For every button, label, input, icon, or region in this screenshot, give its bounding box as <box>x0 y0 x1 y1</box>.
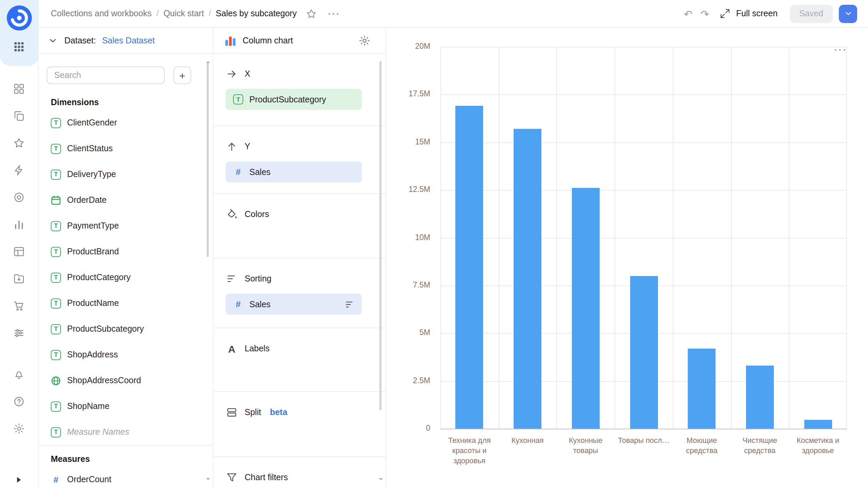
table-icon[interactable] <box>13 246 25 258</box>
scroll-down-icon[interactable] <box>206 478 210 482</box>
y-field-pill[interactable]: # Sales <box>226 161 362 182</box>
breadcrumb-collections[interactable]: Collections and workbooks <box>51 9 151 18</box>
field-type-text-icon: T <box>51 272 61 282</box>
scroll-up-icon[interactable] <box>206 59 210 63</box>
field-row[interactable]: TPaymentType <box>39 213 213 239</box>
scrollbar-thumb[interactable] <box>207 63 209 257</box>
sort-icon <box>226 273 238 285</box>
section-labels-label: Labels <box>245 344 270 353</box>
field-row[interactable]: TClientGender <box>39 110 213 136</box>
chart-bar[interactable] <box>688 349 716 429</box>
field-row[interactable]: #OrderCount <box>39 467 213 489</box>
field-row[interactable]: TProductBrand <box>39 239 213 265</box>
breadcrumb-quick-start[interactable]: Quick start <box>163 9 204 18</box>
field-row[interactable]: OrderDate <box>39 187 213 213</box>
field-row[interactable]: TDeliveryType <box>39 161 213 187</box>
divider <box>39 445 213 446</box>
field-row[interactable]: TShopName <box>39 393 213 419</box>
field-type-text-icon: T <box>51 143 61 154</box>
save-button[interactable]: Saved <box>790 4 833 23</box>
chart-settings-gear-icon[interactable] <box>358 35 371 47</box>
column-chart-icon <box>224 34 236 46</box>
breadcrumb-separator: / <box>209 9 211 18</box>
bar-chart-icon[interactable] <box>13 218 25 231</box>
dataset-name-link[interactable]: Sales Dataset <box>102 36 155 45</box>
chart-bar[interactable] <box>572 188 600 429</box>
gridline <box>615 47 615 429</box>
chevron-down-icon[interactable] <box>47 35 58 46</box>
y-axis-tick-label: 20M <box>415 42 430 50</box>
field-type-text-icon: T <box>51 247 61 257</box>
more-actions-icon[interactable]: ··· <box>328 8 340 19</box>
help-icon[interactable] <box>13 395 25 408</box>
field-type-number-icon: # <box>51 474 61 485</box>
fullscreen-button[interactable]: Full screen <box>720 8 778 19</box>
section-y-label: Y <box>245 142 250 151</box>
undo-icon[interactable]: ↶ <box>684 8 693 19</box>
x-axis-category-label: Техника для красоты и здоровья <box>440 435 498 466</box>
field-label: ClientStatus <box>67 144 113 153</box>
field-type-date-icon <box>51 195 61 205</box>
chart-bar[interactable] <box>804 420 832 429</box>
field-label: OrderCount <box>67 475 111 484</box>
collections-icon[interactable] <box>13 110 25 122</box>
lightning-icon[interactable] <box>13 164 25 176</box>
field-label: DeliveryType <box>67 170 116 179</box>
gear-icon[interactable] <box>13 423 25 435</box>
sliders-icon[interactable] <box>13 327 25 339</box>
sort-order-icon[interactable] <box>344 299 355 310</box>
rings-icon[interactable] <box>13 191 25 203</box>
save-dropdown-button[interactable] <box>839 4 857 23</box>
dataset-scrollbar[interactable] <box>207 58 209 482</box>
y-axis-tick-label: 12.5M <box>409 185 430 193</box>
section-chart-filters: Chart filters <box>213 457 386 484</box>
field-label: Measure Names <box>67 427 129 437</box>
field-row[interactable]: TProductName <box>39 290 213 316</box>
gridline <box>557 47 557 429</box>
add-field-button[interactable]: + <box>173 66 191 84</box>
scrollbar-thumb[interactable] <box>379 61 381 410</box>
split-icon <box>226 406 238 418</box>
breadcrumb-current: Sales by subcategory <box>216 9 297 18</box>
folder-download-icon[interactable] <box>13 273 25 285</box>
x-field-pill[interactable]: T ProductSubcategory <box>226 89 362 110</box>
field-label: ClientGender <box>67 118 117 128</box>
favorite-star-icon[interactable] <box>306 8 317 19</box>
field-row[interactable]: TProductCategory <box>39 265 213 290</box>
section-colors-label: Colors <box>245 210 269 219</box>
field-row[interactable]: TShopAddress <box>39 342 213 368</box>
chart-bar[interactable] <box>456 106 483 429</box>
search-input[interactable] <box>47 66 165 84</box>
config-scrollbar[interactable] <box>379 58 381 478</box>
app-sidebar <box>0 0 39 489</box>
chart-bar[interactable] <box>746 366 774 429</box>
sidebar-bottom <box>0 368 38 435</box>
cart-icon[interactable] <box>13 300 25 312</box>
field-label: OrderDate <box>67 195 107 205</box>
scroll-down-icon[interactable] <box>379 478 383 482</box>
breadcrumb: Collections and workbooks / Quick start … <box>51 9 297 18</box>
gridline <box>673 47 674 429</box>
section-split-label: Split <box>245 408 261 417</box>
field-type-text-icon: T <box>51 401 61 411</box>
field-row[interactable]: TClientStatus <box>39 136 213 161</box>
field-row[interactable]: TProductSubcategory <box>39 316 213 342</box>
field-row[interactable]: ShopAddressCoord <box>39 368 213 393</box>
field-type-text-icon: T <box>51 118 61 128</box>
x-axis-category-label: Чистящие средства <box>731 435 789 456</box>
gridline <box>846 47 847 429</box>
favorites-star-icon[interactable] <box>13 137 25 149</box>
chart-bar[interactable] <box>514 129 541 429</box>
x-field-name: ProductSubcategory <box>249 95 326 104</box>
widgets-icon[interactable] <box>13 83 25 95</box>
sorting-field-pill[interactable]: # Sales <box>226 294 362 315</box>
redo-icon[interactable]: ↷ <box>701 8 709 19</box>
expand-sidebar-icon[interactable] <box>15 476 22 486</box>
bell-icon[interactable] <box>13 368 25 380</box>
x-axis: Техника для красоты и здоровьяКухоннаяКу… <box>440 435 847 476</box>
app-switcher-icon[interactable] <box>13 41 25 55</box>
datalens-logo[interactable] <box>7 5 32 31</box>
chart-bar[interactable] <box>630 276 658 429</box>
field-row[interactable]: TMeasure Names <box>39 419 213 445</box>
chart-type-label: Column chart <box>243 36 293 45</box>
